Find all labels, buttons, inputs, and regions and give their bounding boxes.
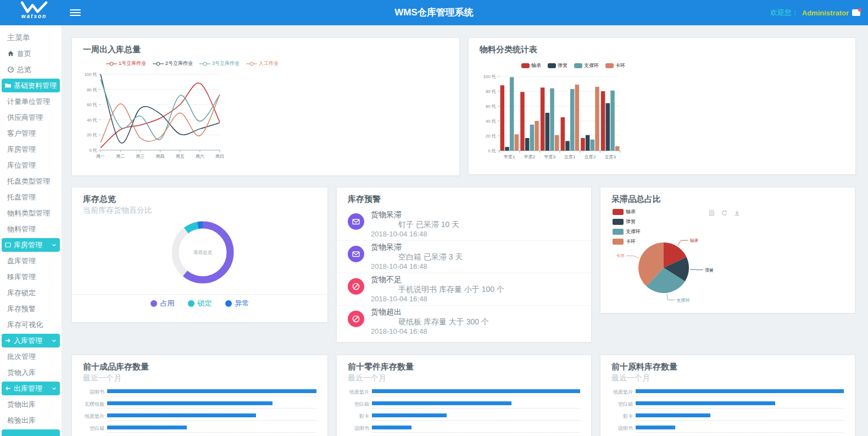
sidebar-item[interactable]: 移库管理 <box>0 269 62 285</box>
svg-text:立库3: 立库3 <box>604 154 616 159</box>
card-inventory-alerts: 库存预警 货物呆滞钉子 已呆滞 10 天2018-10-04 16:48货物呆滞… <box>336 187 592 343</box>
download-icon[interactable] <box>733 209 741 217</box>
sidebar-group-label: 出库管理 <box>14 384 42 394</box>
hbar-bar <box>372 389 580 393</box>
alert-list: 货物呆滞钉子 已呆滞 10 天2018-10-04 16:48货物呆滞空白箱 已… <box>337 208 591 338</box>
page-title: WMS仓库管理系统 <box>0 0 868 25</box>
sidebar-item[interactable]: 库存预警 <box>0 301 62 317</box>
sidebar-item[interactable]: 首页 <box>0 46 62 62</box>
svg-text:周日: 周日 <box>215 154 224 159</box>
sidebar-group[interactable]: 库房管理 <box>2 238 60 252</box>
stagnant-pie-chart: 轴承弹簧支撑环卡环 <box>609 224 790 312</box>
alert-title: 货物呆滞 <box>371 242 402 252</box>
hbar-label: 说明书 <box>600 423 636 435</box>
svg-text:周五: 周五 <box>176 154 185 159</box>
notification-flag-icon[interactable] <box>852 9 860 16</box>
sidebar-item[interactable]: 供应商管理 <box>0 109 62 125</box>
divider <box>72 294 327 295</box>
sidebar-item[interactable]: 货物入库 <box>0 365 62 380</box>
alert-item[interactable]: 货物呆滞钉子 已呆滞 10 天2018-10-04 16:48 <box>337 208 591 241</box>
welcome-label: 欢迎您： <box>770 8 799 18</box>
legend-item[interactable]: 锁定 <box>188 299 212 308</box>
hbar-bar <box>107 413 256 417</box>
legend-item[interactable]: 异常 <box>225 299 249 308</box>
hbar-track <box>636 411 844 423</box>
sidebar-item-label: 批次管理 <box>7 352 36 362</box>
sidebar-item-label: 物料管理 <box>7 224 36 234</box>
sidebar-item-label: 货物出库 <box>7 400 36 410</box>
card-subtitle: 当前库存货物百分比 <box>83 206 152 216</box>
hbar-track <box>372 387 580 399</box>
hbar-label: 纸质垫片 <box>72 411 107 423</box>
svg-text:周二: 周二 <box>116 154 125 159</box>
arrow-left-icon <box>4 385 12 392</box>
sidebar-group-active[interactable]: 基础资料管理 <box>2 79 60 92</box>
username[interactable]: Administrator <box>802 9 849 17</box>
sidebar-group[interactable] <box>2 429 60 436</box>
data-view-icon[interactable] <box>708 209 715 217</box>
sidebar-group[interactable]: 入库管理 <box>2 334 60 347</box>
raw-materials-hbar-chart: 纸质垫片空白箱彩卡说明书 <box>600 387 844 435</box>
finished-goods-hbar-chart: 说明书瓦楞纸板纸质垫片空白箱 <box>72 387 316 435</box>
hbar-gridline <box>107 420 316 421</box>
sidebar-item-label: 托盘类型管理 <box>7 176 50 186</box>
hbar-track <box>372 423 580 435</box>
card-top-parts: 前十零件库存数量 最近一个月 纸质垫片空白箱彩卡说明书 <box>336 355 592 436</box>
sidebar-item[interactable]: 托盘管理 <box>0 189 62 205</box>
hbar-bar <box>372 401 511 405</box>
svg-text:周四: 周四 <box>156 154 165 159</box>
alert-item[interactable]: 货物不足手机说明书 库存量 小于 100 个2018-10-04 16:48 <box>337 273 591 306</box>
hbar-bar <box>636 413 710 417</box>
svg-text:支撑环: 支撑环 <box>676 298 689 303</box>
sidebar-item-label: 计量单位管理 <box>7 97 50 107</box>
hbar-label: 说明书 <box>337 423 372 435</box>
legend-item[interactable]: 占用 <box>151 299 175 308</box>
alert-timestamp: 2018-10-04 16:48 <box>371 327 427 335</box>
svg-text:弹簧: 弹簧 <box>705 268 714 273</box>
alert-detail: 手机说明书 库存量 小于 100 个 <box>398 285 504 295</box>
arrow-right-icon <box>4 337 12 344</box>
hbar-gridline <box>107 408 316 409</box>
sidebar-item-label: 检验出库 <box>7 416 36 426</box>
card-stagnant-goods-ratio: 呆滞品总占比 轴承弹簧支撑环卡环 轴承弹簧支撑环卡环 <box>600 187 855 313</box>
sidebar-item[interactable]: 库位管理 <box>0 157 62 173</box>
sidebar-item[interactable]: 库房管理 <box>0 141 62 157</box>
hbar-bar <box>636 426 675 429</box>
sidebar-group[interactable]: 出库管理 <box>2 382 60 395</box>
hbar-bar <box>107 426 187 429</box>
sidebar-item[interactable]: 库存可视化 <box>0 317 62 333</box>
sidebar-item[interactable]: 总览 <box>0 62 62 78</box>
svg-text:100 托: 100 托 <box>483 74 496 79</box>
alert-item[interactable]: 货物超出硬纸板 库存量 大于 300 个2018-10-04 16:48 <box>337 306 591 338</box>
card-subtitle: 最近一个月 <box>83 373 121 383</box>
sidebar-item[interactable]: 货物出库 <box>0 396 62 412</box>
hbar-gridline <box>372 432 580 433</box>
sidebar-item[interactable]: 计量单位管理 <box>0 93 62 109</box>
svg-text:周六: 周六 <box>196 154 204 159</box>
card-inventory-overview: 库存总览 当前库存货物百分比 库存总览 占用锁定异常 <box>71 187 328 323</box>
svg-text:0 托: 0 托 <box>488 148 496 153</box>
sidebar-item-label: 库房管理 <box>7 145 36 154</box>
sidebar-item[interactable]: 物料类型管理 <box>0 205 62 221</box>
sidebar-item[interactable]: 批次管理 <box>0 349 62 365</box>
svg-text:80 托: 80 托 <box>87 87 97 92</box>
sidebar-item[interactable]: 托盘类型管理 <box>0 173 62 189</box>
alert-item[interactable]: 货物呆滞空白箱 已呆滞 3 天2018-10-04 16:48 <box>337 241 591 273</box>
card-title: 前十成品库存数量 <box>83 362 149 372</box>
svg-text:平库1: 平库1 <box>504 154 515 159</box>
legend-item[interactable]: 轴承 <box>613 208 641 216</box>
sidebar-item[interactable]: 客户管理 <box>0 125 62 141</box>
hbar-row: 瓦楞纸板 <box>72 399 316 411</box>
sidebar-item-label: 托盘管理 <box>7 192 36 202</box>
hbar-label: 纸质垫片 <box>600 387 636 399</box>
sidebar-item[interactable]: 物料管理 <box>0 221 62 237</box>
sidebar-item[interactable]: 库存锁定 <box>0 285 62 301</box>
sidebar-item[interactable]: 检验出库 <box>0 412 62 428</box>
hbar-track <box>636 399 844 411</box>
alert-icon <box>348 311 364 327</box>
hbar-track <box>372 411 580 423</box>
sidebar-item[interactable]: 盘库管理 <box>0 253 62 269</box>
hbar-row: 彩卡 <box>600 411 844 423</box>
refresh-icon[interactable] <box>721 209 728 217</box>
hbar-gridline <box>636 396 844 396</box>
